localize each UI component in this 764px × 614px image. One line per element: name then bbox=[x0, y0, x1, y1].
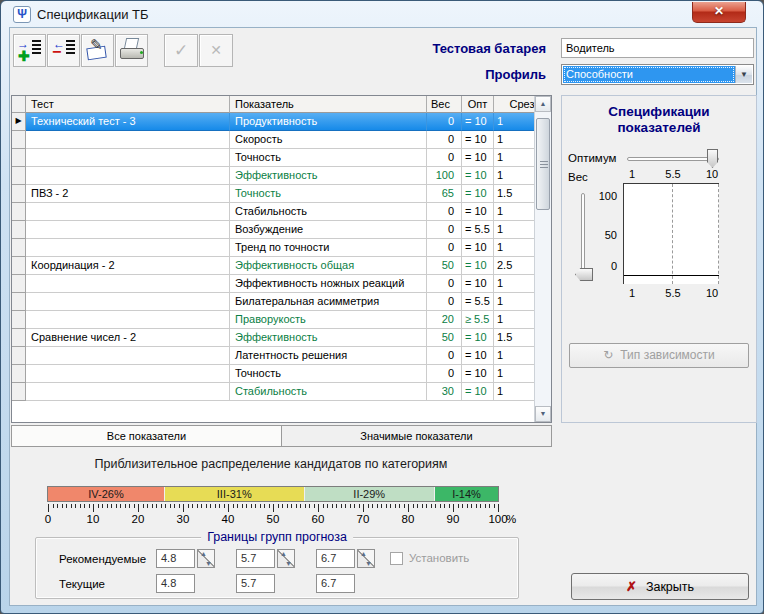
ruler-label: 80 bbox=[402, 513, 415, 525]
table-row[interactable]: Билатеральная асимметрия0= 5.51 bbox=[12, 293, 551, 311]
category-distribution-bar: IV-26%III-31%II-29%I-14% bbox=[47, 486, 499, 502]
plus-icon: ✚ bbox=[18, 48, 30, 64]
app-icon: Ψ bbox=[13, 6, 31, 23]
ruler-ticks bbox=[48, 504, 500, 513]
chevron-down-icon: ▼ bbox=[740, 70, 748, 79]
prognosis-title: Границы групп прогноза bbox=[201, 530, 353, 544]
optimum-slider-track[interactable] bbox=[627, 157, 719, 161]
remove-indicator-button[interactable]: ← − bbox=[47, 34, 80, 67]
col-test[interactable]: Тест bbox=[26, 96, 230, 113]
axis-bottom-1: 1 bbox=[620, 287, 644, 299]
current-field-3[interactable]: 6.7 bbox=[316, 574, 355, 593]
tab-all-indicators[interactable]: Все показатели bbox=[12, 426, 282, 446]
spin-up-icon: ▲ bbox=[200, 550, 207, 557]
table-row[interactable]: Эффективность100= 101 bbox=[12, 167, 551, 185]
weight-function-chart bbox=[623, 183, 719, 284]
recommended-field-2[interactable]: 5.7 bbox=[236, 549, 275, 568]
indicators-table: Тест Показатель Вес Опт Срез ▶Технически… bbox=[11, 95, 552, 423]
battery-field[interactable]: Водитель bbox=[561, 38, 754, 58]
minus-icon: − bbox=[52, 43, 61, 61]
scrollbar-thumb[interactable] bbox=[536, 118, 550, 210]
scroll-up-button[interactable]: ▲ bbox=[535, 96, 551, 112]
x-icon: ✕ bbox=[200, 35, 232, 66]
spinner-2[interactable]: ▲▼ bbox=[277, 549, 295, 568]
ruler-label: 30 bbox=[177, 513, 190, 525]
profile-selected-value: Способности bbox=[563, 66, 735, 83]
table-row[interactable]: Точность0= 101 bbox=[12, 149, 551, 167]
profile-label: Профиль bbox=[361, 67, 546, 82]
ruler-label: 100 bbox=[488, 513, 507, 525]
category-segment: III-31% bbox=[165, 487, 305, 501]
check-icon: ✓ bbox=[165, 35, 197, 66]
scroll-down-button[interactable]: ▼ bbox=[535, 406, 551, 422]
prognosis-groupbox: Границы групп прогноза bbox=[35, 537, 519, 599]
list-icon bbox=[66, 40, 75, 56]
combo-dropdown-button[interactable]: ▼ bbox=[735, 66, 752, 83]
ruler-label: 40 bbox=[222, 513, 235, 525]
table-row[interactable]: Стабильность0= 101 bbox=[12, 203, 551, 221]
y-tick-100: 100 bbox=[593, 190, 617, 202]
distribution-heading: Приблизительное распределение кандидатов… bbox=[11, 457, 531, 471]
axis-top-1: 1 bbox=[620, 168, 644, 180]
axis-top-3: 10 bbox=[700, 168, 724, 180]
add-indicator-button[interactable]: → ✚ bbox=[13, 34, 46, 67]
col-weight[interactable]: Вес bbox=[427, 96, 462, 113]
table-row[interactable]: Координация - 2Эффективность общая50= 10… bbox=[12, 257, 551, 275]
weight-slider-track[interactable] bbox=[581, 193, 585, 279]
refresh-icon: ↻ bbox=[603, 348, 613, 362]
ruler-label: 20 bbox=[132, 513, 145, 525]
table-row[interactable]: ПВЗ - 2Точность65= 101.5 bbox=[12, 185, 551, 203]
recommended-field-3[interactable]: 6.7 bbox=[316, 549, 355, 568]
table-row[interactable]: Праворукость20≥ 5.51 bbox=[12, 311, 551, 329]
weight-label: Вес bbox=[568, 171, 588, 183]
close-form-button[interactable]: ✗Закрыть bbox=[571, 573, 749, 600]
window-close-button[interactable]: ✕ bbox=[692, 2, 746, 23]
spec-panel-title-2: показателей bbox=[561, 120, 757, 135]
edit-button[interactable]: ✎ bbox=[81, 34, 114, 67]
set-checkbox-label: Установить bbox=[409, 552, 469, 564]
recommended-label: Рекомендуемые bbox=[59, 553, 146, 565]
table-row[interactable]: Точность0= 101 bbox=[12, 365, 551, 383]
recommended-field-1[interactable]: 4.8 bbox=[156, 549, 195, 568]
table-row[interactable]: Сравнение чисел - 2Эффективность50= 101.… bbox=[12, 329, 551, 347]
set-checkbox[interactable] bbox=[390, 552, 403, 565]
optimum-label: Оптимум bbox=[568, 152, 616, 164]
axis-top-2: 5.5 bbox=[661, 168, 685, 180]
current-field-2[interactable]: 5.7 bbox=[236, 574, 275, 593]
spinner-3[interactable]: ▲▼ bbox=[357, 549, 375, 568]
current-field-1[interactable]: 4.8 bbox=[156, 574, 195, 593]
table-row[interactable]: Эффективность ножных реакций0= 101 bbox=[12, 275, 551, 293]
table-row[interactable]: Скорость0= 101 bbox=[12, 131, 551, 149]
table-row[interactable]: Возбуждение0= 5.51 bbox=[12, 221, 551, 239]
spin-up-icon: ▲ bbox=[280, 550, 287, 557]
ruler-label: 70 bbox=[357, 513, 370, 525]
tab-significant-indicators[interactable]: Значимые показатели bbox=[282, 426, 551, 446]
col-indicator[interactable]: Показатель bbox=[230, 96, 427, 113]
spin-down-icon: ▼ bbox=[285, 560, 292, 567]
table-row[interactable]: Латентность решения0= 101 bbox=[12, 347, 551, 365]
ruler-label: 90 bbox=[447, 513, 460, 525]
spin-down-icon: ▼ bbox=[365, 560, 372, 567]
current-label: Текущие bbox=[59, 578, 105, 590]
spinner-1[interactable]: ▲▼ bbox=[197, 549, 215, 568]
axis-bottom-3: 10 bbox=[700, 287, 724, 299]
spec-panel-title-1: Спецификации bbox=[561, 104, 757, 119]
category-segment: I-14% bbox=[435, 487, 498, 501]
percent-sign: % bbox=[506, 513, 516, 525]
list-icon bbox=[32, 40, 41, 56]
table-row[interactable]: ▶Технический тест - 3Продуктивность0= 10… bbox=[12, 113, 551, 131]
category-segment: II-29% bbox=[305, 487, 436, 501]
table-row[interactable]: Тренд по точности0= 101 bbox=[12, 239, 551, 257]
battery-label: Тестовая батарея bbox=[361, 41, 546, 56]
table-body: ▶Технический тест - 3Продуктивность0= 10… bbox=[12, 113, 551, 401]
table-scrollbar[interactable]: ▲ ▼ bbox=[534, 96, 551, 422]
spin-up-icon: ▲ bbox=[360, 550, 367, 557]
specifications-window: Ψ Спецификации ТБ ✕ → ✚ ← − ✎ ✓ ✕ bbox=[0, 0, 764, 614]
axis-bottom-2: 5.5 bbox=[661, 287, 685, 299]
profile-combobox[interactable]: Способности ▼ bbox=[561, 64, 754, 85]
table-row[interactable]: Стабильность30= 101 bbox=[12, 383, 551, 401]
col-optimum[interactable]: Опт bbox=[462, 96, 494, 113]
print-button[interactable] bbox=[115, 34, 148, 67]
ruler-label: 10 bbox=[87, 513, 100, 525]
ruler-labels: 0102030405060708090100 bbox=[48, 513, 500, 526]
